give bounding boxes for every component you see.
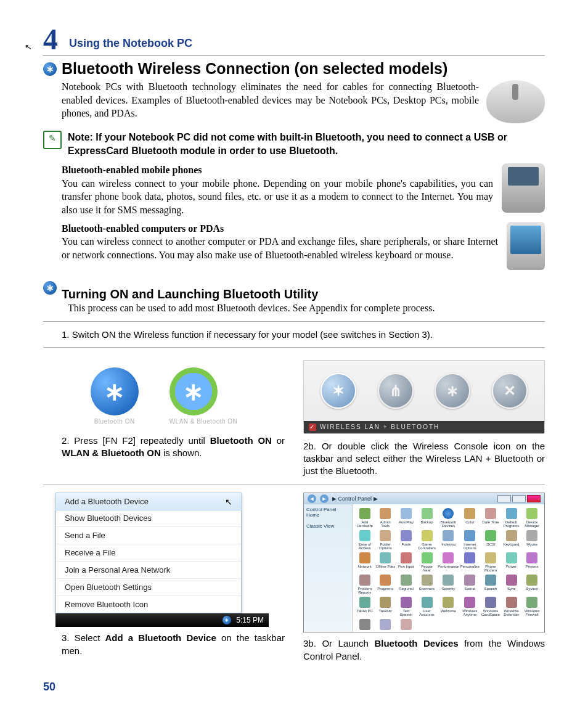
menu-item-remove-icon[interactable]: Remove Bluetooth Icon (56, 596, 241, 613)
cp-item[interactable]: Problem Reports (355, 575, 375, 594)
cp-item[interactable]: Pen Input (396, 552, 416, 572)
cp-item[interactable]: Date Time (481, 508, 500, 528)
cp-item[interactable]: System (522, 575, 542, 594)
section-title: Bluetooth Wireless Connection (on select… (62, 60, 545, 78)
cursor-icon: ↖ (225, 497, 232, 507)
bluetooth-circle-icon: ∗ (435, 373, 470, 409)
cp-item[interactable]: AutoPlay (396, 508, 416, 528)
page-number: 50 (43, 681, 55, 694)
close-button[interactable] (527, 495, 541, 502)
sub-body: You can wireless connect to another comp… (62, 236, 498, 260)
wireless-console-panel: ✶ ⋔ ∗ ✕ ↖ ✓ WIRELESS LAN + BLUETOOTH (303, 360, 545, 434)
wlan-bluetooth-on-badge: ∗ WLAN & Bluetooth ON (169, 367, 238, 425)
nav-fwd-icon[interactable]: ► (320, 494, 329, 503)
cp-item[interactable]: Indexing (438, 530, 459, 550)
cp-item-bluetooth[interactable]: Bluetooth Devices (438, 508, 459, 528)
cp-item[interactable]: Speech (481, 575, 500, 594)
chapter-title: Using the Notebook PC (69, 37, 192, 50)
cp-item[interactable]: Default Programs (502, 508, 521, 528)
cp-item[interactable]: Windows Defender (502, 597, 521, 616)
cp-item[interactable]: Power (502, 552, 521, 572)
phone-illustration (502, 163, 545, 213)
cp-item[interactable]: Ease of Access (355, 530, 375, 550)
cp-item[interactable]: Phone Modem (481, 552, 500, 572)
cp-item[interactable]: Windows Update (396, 619, 416, 632)
bluetooth-tray-icon[interactable]: ∗ (223, 616, 231, 624)
max-button[interactable] (512, 495, 526, 502)
divider (43, 347, 545, 348)
cp-item[interactable]: Taskbar (376, 597, 396, 616)
bluetooth-icon: ∗ (43, 62, 57, 76)
menu-item-show-devices[interactable]: Show Bluetooth Devices (56, 510, 241, 527)
sub-heading: Bluetooth-enabled mobile phones (62, 165, 202, 175)
cp-item[interactable]: Performance (438, 552, 459, 572)
cp-sidebar: Control Panel Home Classic View (304, 504, 353, 632)
bluetooth-on-badge: ∗ Bluetooth ON (91, 367, 139, 425)
cp-item[interactable]: Personalize (460, 552, 480, 572)
pda-illustration (507, 222, 545, 270)
cp-item[interactable]: Windows SideShow (376, 619, 396, 632)
cp-item[interactable]: Fonts (396, 530, 416, 550)
cp-item[interactable]: Add Hardware (355, 508, 375, 528)
menu-item-send-file[interactable]: Send a File (56, 527, 241, 544)
divider (43, 55, 545, 56)
cp-item[interactable]: Security (438, 575, 459, 594)
menu-item-open-settings[interactable]: Open Bluetooth Settings (56, 579, 241, 596)
cp-item[interactable]: Text Speech (396, 597, 416, 616)
mouse-illustration (486, 80, 545, 123)
bluetooth-phones-block: Bluetooth-enabled mobile phones You can … (62, 163, 493, 216)
bluetooth-context-menu: Add a Bluetooth Device ↖ Show Bluetooth … (55, 493, 242, 613)
note-text: Note: If your Notebook PC did not come w… (68, 131, 545, 157)
step-2b: 2b. Or double click the Wireless Console… (303, 440, 545, 478)
sub-heading: Bluetooth-enabled computers or PDAs (62, 223, 224, 234)
cp-item[interactable]: Device Manager (522, 508, 542, 528)
cp-item[interactable]: Windows CardSpace (481, 597, 500, 616)
subsection-intro: This process can be used to add most Blu… (68, 303, 545, 314)
menu-item-join-pan[interactable]: Join a Personal Area Network (56, 562, 241, 579)
cp-item[interactable]: Regional (396, 575, 416, 594)
menu-item-add-device[interactable]: Add a Bluetooth Device ↖ (55, 493, 242, 510)
cp-item[interactable]: Programs (376, 575, 396, 594)
cp-item[interactable]: Windows Anytime (460, 597, 480, 616)
bluetooth-icon: ∗ (43, 281, 57, 295)
off-icon: ✕ (492, 373, 528, 409)
step-1: 1. Switch ON the Wireless function if ne… (62, 329, 545, 340)
section-intro: Notebook PCs with Bluetooth technology e… (62, 80, 479, 120)
control-panel-window: ◄ ► ▶ Control Panel ▶ Control Panel Home… (303, 493, 545, 632)
check-icon: ✓ (309, 424, 316, 431)
divider (43, 321, 545, 322)
console-label-text: WIRELESS LAN + BLUETOOTH (320, 424, 439, 430)
wifi-icon: ⋔ (378, 373, 414, 409)
cp-item[interactable]: Game Controllers (417, 530, 437, 550)
nav-back-icon[interactable]: ◄ (308, 494, 316, 503)
cp-item[interactable]: Backup (417, 508, 437, 528)
cp-item[interactable]: Windows Firewall (522, 597, 542, 616)
cp-item[interactable]: Keyboard (502, 530, 521, 550)
cp-item[interactable]: Welcome (438, 597, 459, 616)
cp-item[interactable]: Admin Tools (376, 508, 396, 528)
cp-item[interactable]: Network (355, 552, 375, 572)
cp-item[interactable]: Offline Files (376, 552, 396, 572)
divider (43, 485, 545, 485)
bluetooth-pda-block: Bluetooth-enabled computers or PDAs You … (62, 222, 498, 270)
wifi-bt-icon: ✶ (321, 373, 356, 409)
menu-item-receive-file[interactable]: Receive a File (56, 544, 241, 562)
cp-item[interactable]: Scanners (417, 575, 437, 594)
cp-item[interactable]: iSCSI (481, 530, 500, 550)
cp-item[interactable]: Printers (522, 552, 542, 572)
cp-item[interactable]: Sync (502, 575, 521, 594)
cp-item[interactable]: Windows Sidebar (355, 619, 375, 632)
cp-item[interactable]: Sound (460, 575, 480, 594)
cp-item[interactable]: Mouse (522, 530, 542, 550)
step-2: 2. Press [FN F2] repeatedly until Blueto… (62, 435, 285, 460)
cp-icon-grid: Add Hardware Admin Tools AutoPlay Backup… (353, 504, 544, 632)
chapter-number: 4 (43, 25, 58, 54)
cp-item[interactable]: People Near (417, 552, 437, 572)
cp-item[interactable]: Tablet PC (355, 597, 375, 616)
cp-item[interactable]: Internet Options (460, 530, 480, 550)
taskbar-time: 5:15 PM (236, 616, 264, 624)
min-button[interactable] (497, 495, 511, 502)
cp-item[interactable]: User Accounts (417, 597, 437, 616)
cp-item[interactable]: Folder Options (376, 530, 396, 550)
cp-item[interactable]: Color (460, 508, 480, 528)
